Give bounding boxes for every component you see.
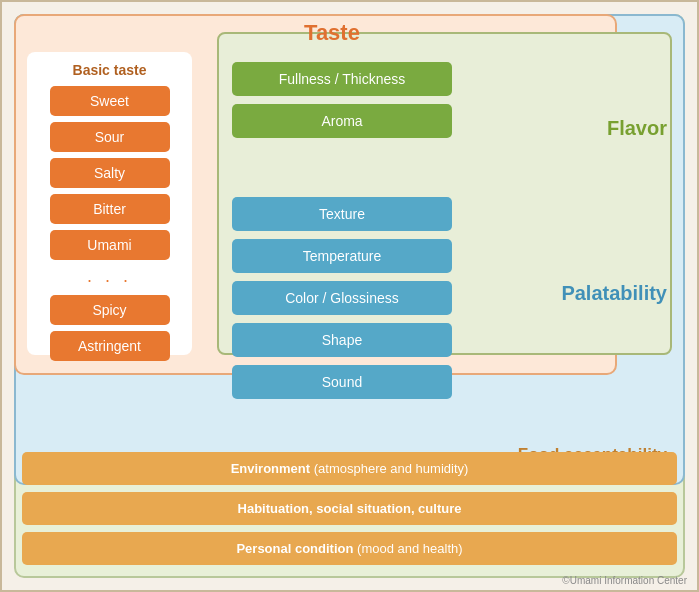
flavor-fullness-button[interactable]: Fullness / Thickness — [232, 62, 452, 96]
palatability-label: Palatability — [561, 282, 667, 305]
taste-bitter-button[interactable]: Bitter — [50, 194, 170, 224]
food-personal-bold: Personal condition — [236, 541, 353, 556]
food-habituation-bold: Habituation, social situation, culture — [238, 501, 462, 516]
dotted-divider: · · · — [87, 270, 132, 291]
basic-taste-title: Basic taste — [73, 62, 147, 78]
food-environment-bold: Environment — [231, 461, 310, 476]
flavor-aroma-button[interactable]: Aroma — [232, 104, 452, 138]
taste-sour-button[interactable]: Sour — [50, 122, 170, 152]
food-habituation-button[interactable]: Habituation, social situation, culture — [22, 492, 677, 525]
palat-temperature-button[interactable]: Temperature — [232, 239, 452, 273]
palat-shape-button[interactable]: Shape — [232, 323, 452, 357]
taste-salty-button[interactable]: Salty — [50, 158, 170, 188]
taste-sweet-button[interactable]: Sweet — [50, 86, 170, 116]
flavor-label: Flavor — [607, 117, 667, 140]
outer-container: Taste Flavor Palatability Food acceptabi… — [0, 0, 699, 592]
copyright-text: ©Umami Information Center — [562, 575, 687, 586]
palat-texture-button[interactable]: Texture — [232, 197, 452, 231]
taste-astringent-button[interactable]: Astringent — [50, 331, 170, 361]
food-personal-button[interactable]: Personal condition (mood and health) — [22, 532, 677, 565]
food-personal-normal: (mood and health) — [353, 541, 462, 556]
food-environment-normal: (atmosphere and humidity) — [310, 461, 468, 476]
taste-spicy-button[interactable]: Spicy — [50, 295, 170, 325]
palatability-items-container: Texture Temperature Color / Glossiness S… — [232, 197, 452, 407]
palat-sound-button[interactable]: Sound — [232, 365, 452, 399]
flavor-items-container: Fullness / Thickness Aroma — [232, 62, 452, 146]
taste-umami-button[interactable]: Umami — [50, 230, 170, 260]
food-environment-button[interactable]: Environment (atmosphere and humidity) — [22, 452, 677, 485]
basic-taste-section: Basic taste Sweet Sour Salty Bitter Umam… — [27, 52, 192, 355]
palat-color-button[interactable]: Color / Glossiness — [232, 281, 452, 315]
food-acceptability-items-container: Environment (atmosphere and humidity) Ha… — [22, 452, 677, 572]
taste-label: Taste — [232, 20, 432, 46]
